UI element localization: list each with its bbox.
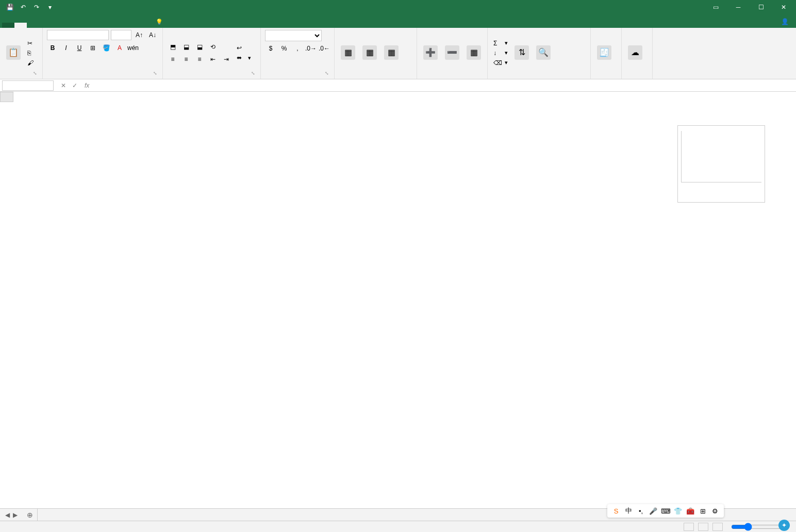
number-format-select[interactable] <box>265 30 322 41</box>
chart-plot <box>681 131 761 182</box>
format-cells-button[interactable]: ▦ <box>465 44 483 62</box>
increase-font-icon[interactable]: A↑ <box>134 30 145 40</box>
dialog-launcher-icon[interactable]: ⤡ <box>250 71 256 77</box>
orientation-icon[interactable]: ⟲ <box>207 42 219 52</box>
tab-kingsoft[interactable] <box>126 23 138 28</box>
tab-insert[interactable] <box>27 23 39 28</box>
find-select-button[interactable]: 🔍 <box>534 44 553 62</box>
cancel-formula-icon[interactable]: ✕ <box>59 82 68 89</box>
mini-chart[interactable] <box>677 125 765 203</box>
name-box[interactable] <box>2 80 54 91</box>
decrease-font-icon[interactable]: A↓ <box>147 30 158 40</box>
save-baidu-button[interactable]: ☁ <box>626 44 644 62</box>
formula-bar-input[interactable] <box>94 79 796 91</box>
font-color-icon[interactable]: A <box>114 43 125 53</box>
fill-button[interactable]: ↓ ▾ <box>492 49 509 57</box>
close-icon[interactable]: ✕ <box>773 1 794 13</box>
ime-logo-icon: S <box>611 506 621 516</box>
underline-icon[interactable]: U <box>74 43 85 53</box>
invoice-button[interactable]: 🧾 <box>595 44 613 62</box>
bold-icon[interactable]: B <box>47 43 58 53</box>
autosum-button[interactable]: Σ ▾ <box>492 39 509 47</box>
ribbon-tabs: 💡 👤 <box>0 14 796 28</box>
paste-button[interactable]: 📋 <box>4 44 23 62</box>
phonetic-icon[interactable]: wén <box>127 43 139 53</box>
cell-styles-button[interactable]: ▦ <box>382 44 401 62</box>
copy-button[interactable]: ⎘ <box>26 49 38 57</box>
ribbon-options-icon[interactable]: ▭ <box>705 1 726 13</box>
align-middle-icon[interactable]: ⬓ <box>180 42 192 52</box>
ime-toolbar[interactable]: S 中 •, 🎤 ⌨ 👕 🧰 ⊞ ⚙ <box>607 504 724 518</box>
insert-cells-button[interactable]: ➕ <box>421 44 440 62</box>
column-headers <box>13 92 796 102</box>
align-top-icon[interactable]: ⬒ <box>167 42 178 52</box>
font-name-input[interactable] <box>47 30 109 40</box>
fill-color-icon[interactable]: 🪣 <box>101 43 112 53</box>
tell-me-input[interactable]: 💡 <box>151 15 168 28</box>
decrease-indent-icon[interactable]: ⇤ <box>207 54 219 64</box>
group-save-cloud: ☁ <box>622 28 653 79</box>
align-bottom-icon[interactable]: ⬓ <box>194 42 205 52</box>
merge-center-button[interactable]: ⬌ ▾ <box>235 54 253 62</box>
tab-pdf[interactable] <box>113 23 126 28</box>
tab-baidu[interactable] <box>138 23 151 28</box>
clear-button[interactable]: ⌫ ▾ <box>492 59 509 67</box>
tab-review[interactable] <box>76 23 89 28</box>
tab-view[interactable] <box>89 23 101 28</box>
status-bar <box>0 521 796 532</box>
currency-icon[interactable]: $ <box>265 43 276 54</box>
ime-mic-icon: 🎤 <box>649 506 658 516</box>
redo-icon[interactable]: ↷ <box>32 3 41 12</box>
sheet-nav-last-icon[interactable]: ▶ <box>13 511 18 519</box>
font-size-input[interactable] <box>111 30 131 40</box>
ime-shirt-icon: 👕 <box>673 506 683 516</box>
italic-icon[interactable]: I <box>60 43 72 53</box>
tab-data[interactable] <box>64 23 76 28</box>
wrap-text-button[interactable]: ↩ <box>235 44 253 52</box>
delete-cells-button[interactable]: ➖ <box>443 44 461 62</box>
dialog-launcher-icon[interactable]: ⤡ <box>32 71 38 77</box>
dialog-launcher-icon[interactable]: ⤡ <box>152 71 158 77</box>
align-right-icon[interactable]: ≡ <box>194 54 205 64</box>
page-break-view-icon[interactable] <box>712 523 723 531</box>
add-sheet-button[interactable]: ⊕ <box>23 511 37 519</box>
tab-home[interactable] <box>14 23 27 28</box>
conditional-format-button[interactable]: ▦ <box>339 44 357 62</box>
sheet-nav-first-icon[interactable]: ◀ <box>5 511 10 519</box>
increase-indent-icon[interactable]: ⇥ <box>221 54 232 64</box>
group-styles: ▦ ▦ ▦ <box>335 28 417 79</box>
tab-formulas[interactable] <box>52 23 64 28</box>
undo-icon[interactable]: ↶ <box>19 3 28 12</box>
page-layout-view-icon[interactable] <box>698 523 708 531</box>
tab-developer[interactable] <box>101 23 113 28</box>
zoom-slider[interactable] <box>731 523 783 531</box>
align-center-icon[interactable]: ≡ <box>180 54 192 64</box>
decrease-decimal-icon[interactable]: .0← <box>319 43 330 54</box>
ime-gear-icon: ⚙ <box>710 506 720 516</box>
group-cells: ➕ ➖ ▦ <box>417 28 488 79</box>
select-all-button[interactable] <box>0 92 13 102</box>
tab-page-layout[interactable] <box>39 23 52 28</box>
ime-cn-icon: 中 <box>624 506 633 516</box>
sort-filter-button[interactable]: ⇅ <box>512 44 531 62</box>
share-button[interactable]: 👤 <box>774 15 796 28</box>
group-editing: Σ ▾ ↓ ▾ ⌫ ▾ ⇅ 🔍 <box>488 28 591 79</box>
tab-file[interactable] <box>2 23 14 28</box>
enter-formula-icon[interactable]: ✓ <box>70 82 79 89</box>
align-left-icon[interactable]: ≡ <box>167 54 178 64</box>
format-painter-button[interactable]: 🖌 <box>26 59 38 67</box>
increase-decimal-icon[interactable]: .0→ <box>305 43 317 54</box>
border-icon[interactable]: ⊞ <box>87 43 98 53</box>
dialog-launcher-icon[interactable]: ⤡ <box>324 71 330 77</box>
fx-icon[interactable]: fx <box>81 82 91 89</box>
maximize-icon[interactable]: ☐ <box>751 1 771 13</box>
table-format-button[interactable]: ▦ <box>360 44 379 62</box>
comma-icon[interactable]: , <box>292 43 303 54</box>
minimize-icon[interactable]: ─ <box>728 1 749 13</box>
save-icon[interactable]: 💾 <box>5 3 14 12</box>
cut-button[interactable]: ✂ <box>26 39 38 47</box>
percent-icon[interactable]: % <box>278 43 290 54</box>
qat-more-icon[interactable]: ▾ <box>45 3 55 12</box>
normal-view-icon[interactable] <box>684 523 694 531</box>
title-bar: 💾 ↶ ↷ ▾ ▭ ─ ☐ ✕ <box>0 0 796 14</box>
